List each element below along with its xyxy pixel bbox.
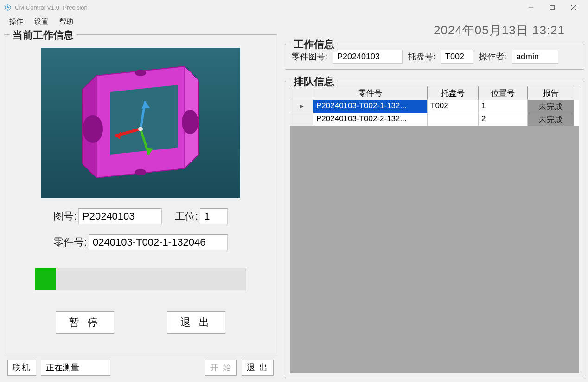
connect-button[interactable]: 联机 (7, 360, 36, 376)
svg-marker-11 (110, 85, 178, 155)
grid-header-report[interactable]: 报告 (528, 86, 574, 100)
titlebar: CM Control V1.0_Precision (0, 0, 588, 15)
wi-drawing-label: 零件图号: (292, 51, 327, 62)
datetime-display: 2024年05月13日 13:21 (434, 22, 565, 39)
cell-pos[interactable]: 2 (479, 113, 528, 126)
menu-operate[interactable]: 操作 (9, 17, 23, 26)
current-work-title: 当前工作信息 (10, 28, 77, 42)
window-controls (520, 0, 584, 15)
wi-tray-value[interactable]: T002 (441, 50, 473, 64)
wi-tray-label: 托盘号: (408, 51, 435, 62)
minimize-button[interactable] (520, 0, 542, 15)
cell-tray[interactable]: T002 (428, 100, 479, 113)
svg-point-14 (83, 115, 103, 143)
queue-grid[interactable]: 零件号 托盘号 位置号 报告 ▸ P20240103-T002-1-132...… (290, 86, 579, 373)
grid-header-pos[interactable]: 位置号 (479, 86, 528, 100)
cell-report[interactable]: 未完成 (528, 113, 574, 126)
part-value[interactable]: 0240103-T002-1-132046 (89, 234, 228, 250)
cell-tray[interactable] (428, 113, 479, 126)
svg-point-24 (138, 127, 143, 131)
cell-report[interactable]: 未完成 (528, 100, 574, 113)
exit-button-outer[interactable]: 退 出 (242, 360, 274, 376)
svg-point-15 (182, 110, 198, 134)
menu-settings[interactable]: 设置 (34, 17, 48, 26)
wi-drawing-value[interactable]: P20240103 (333, 50, 403, 64)
work-info-group: 工作信息 零件图号: P20240103 托盘号: T002 操作者: admi… (285, 44, 584, 70)
queue-title: 排队信息 (291, 75, 337, 89)
svg-rect-7 (550, 6, 555, 10)
work-info-title: 工作信息 (291, 38, 337, 52)
table-row[interactable]: P20240103-T002-2-132... 2 未完成 (290, 113, 579, 126)
progress-fill (35, 268, 56, 290)
table-row[interactable]: ▸ P20240103-T002-1-132... T002 1 未完成 (290, 100, 579, 113)
menu-help[interactable]: 帮助 (59, 17, 73, 26)
svg-point-17 (135, 169, 146, 175)
cell-part[interactable]: P20240103-T002-2-132... (313, 113, 428, 126)
app-icon (4, 3, 12, 12)
status-display: 正在测量 (41, 360, 110, 376)
row-indicator (290, 113, 313, 126)
svg-point-1 (7, 6, 9, 8)
svg-point-16 (135, 70, 146, 76)
drawing-value[interactable]: P20240103 (78, 208, 162, 224)
cell-part[interactable]: P20240103-T002-1-132... (313, 100, 428, 113)
row-indicator: ▸ (290, 100, 313, 113)
wi-operator-value[interactable]: admin (512, 50, 558, 64)
cell-pos[interactable]: 1 (479, 100, 528, 113)
window-title: CM Control V1.0_Precision (15, 4, 520, 11)
exit-button-inner[interactable]: 退 出 (167, 311, 225, 334)
station-label: 工位: (175, 209, 198, 223)
progress-bar (35, 268, 246, 290)
grid-header-tray[interactable]: 托盘号 (428, 86, 479, 100)
bottom-bar: 联机 正在测量 开 始 退 出 (4, 357, 277, 378)
close-button[interactable] (563, 0, 584, 15)
pause-button[interactable]: 暂 停 (56, 311, 114, 334)
model-viewer[interactable] (41, 48, 240, 198)
queue-group: 排队信息 零件号 托盘号 位置号 报告 ▸ P20240103-T002-1-1… (285, 81, 584, 378)
part-label: 零件号: (53, 235, 87, 249)
wi-operator-label: 操作者: (479, 51, 506, 62)
current-work-group: 当前工作信息 (4, 34, 277, 353)
maximize-button[interactable] (542, 0, 563, 15)
drawing-label: 图号: (53, 209, 77, 223)
start-button: 开 始 (205, 360, 237, 376)
station-value[interactable]: 1 (200, 208, 228, 224)
